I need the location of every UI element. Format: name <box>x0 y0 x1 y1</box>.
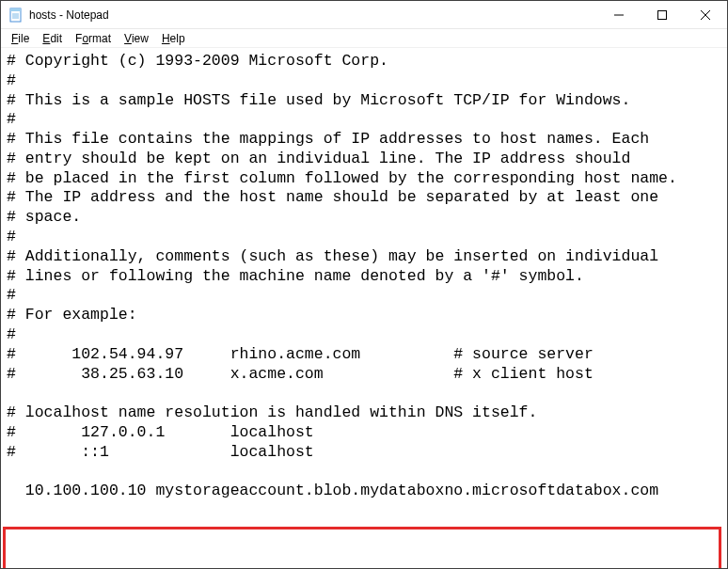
text-line: # 102.54.94.97 rhino.acme.com # source s… <box>7 345 593 363</box>
text-line: # lines or following the machine name de… <box>7 267 584 285</box>
svg-rect-1 <box>10 8 21 11</box>
text-line: # <box>7 286 16 304</box>
text-line: # Copyright (c) 1993-2009 Microsoft Corp… <box>7 52 388 70</box>
text-line: # be placed in the first column followed… <box>7 169 677 187</box>
text-line: # Additionally, comments (such as these)… <box>7 247 658 265</box>
svg-rect-6 <box>658 10 667 19</box>
text-line: # This is a sample HOSTS file used by Mi… <box>7 91 630 109</box>
text-line: # This file contains the mappings of IP … <box>7 130 649 148</box>
window-title: hosts - Notepad <box>29 8 597 22</box>
window-controls <box>597 1 727 28</box>
menubar: File Edit Format View Help <box>1 29 727 48</box>
text-line: # <box>7 71 16 89</box>
highlight-annotation <box>3 527 721 568</box>
minimize-button[interactable] <box>597 1 641 28</box>
text-line: # <box>7 325 16 343</box>
text-line: # entry should be kept on an individual … <box>7 150 630 167</box>
titlebar: hosts - Notepad <box>1 1 727 29</box>
menu-edit[interactable]: Edit <box>36 31 69 46</box>
text-line: # localhost name resolution is handled w… <box>7 403 537 421</box>
menu-format[interactable]: Format <box>69 31 118 46</box>
text-line: # space. <box>7 208 81 226</box>
menu-view[interactable]: View <box>118 31 155 46</box>
text-line: # <box>7 228 16 245</box>
menu-file[interactable]: File <box>5 31 36 46</box>
text-line: # 38.25.63.10 x.acme.com # x client host <box>7 365 593 383</box>
text-line: # The IP address and the host name shoul… <box>7 188 658 206</box>
text-line: # 127.0.0.1 localhost <box>7 423 314 441</box>
text-editor[interactable]: # Copyright (c) 1993-2009 Microsoft Corp… <box>1 48 727 568</box>
maximize-button[interactable] <box>641 1 684 28</box>
text-line: 10.100.100.10 mystorageaccount.blob.myda… <box>7 482 658 499</box>
text-line: # ::1 localhost <box>7 443 314 461</box>
notepad-icon <box>8 8 24 23</box>
close-button[interactable] <box>684 1 727 28</box>
text-line: # For example: <box>7 306 137 324</box>
menu-help[interactable]: Help <box>155 31 192 46</box>
text-line: # <box>7 110 16 128</box>
